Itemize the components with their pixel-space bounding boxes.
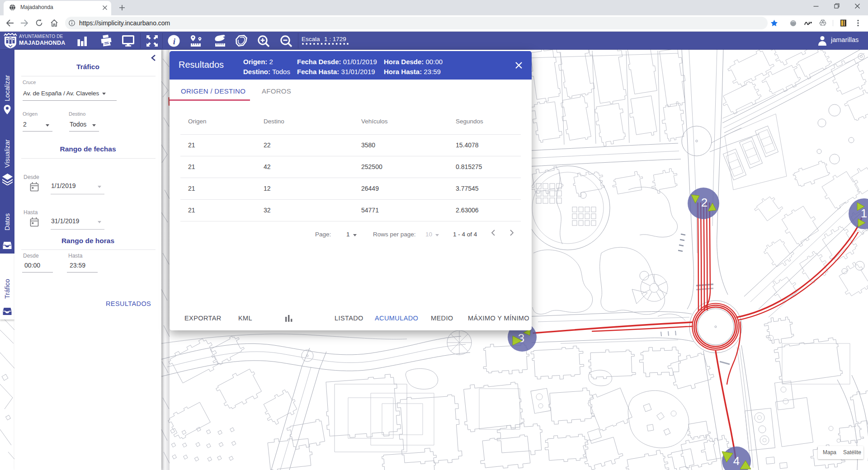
svg-text:i: i <box>173 37 176 46</box>
svg-text:1: 1 <box>861 207 867 220</box>
svg-text:2: 2 <box>701 196 708 209</box>
svg-text:4: 4 <box>733 454 740 468</box>
svg-text:3: 3 <box>518 331 524 345</box>
